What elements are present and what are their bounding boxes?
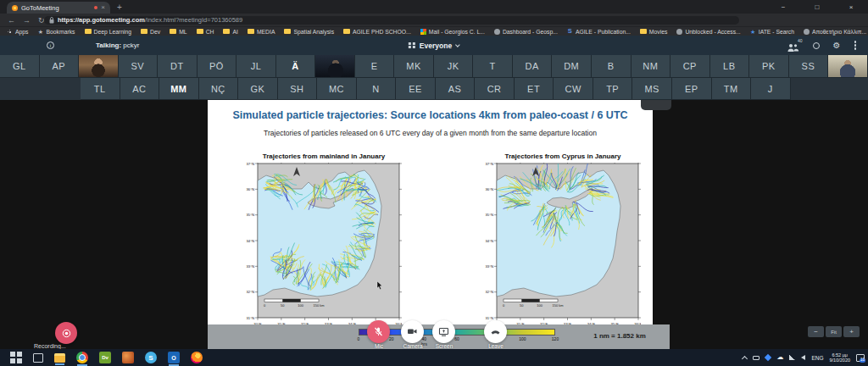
participant-tile[interactable]: T	[473, 55, 513, 78]
clock[interactable]: 6:52 μμ 9/10/2020	[830, 352, 850, 363]
new-tab-button[interactable]: +	[117, 3, 122, 12]
bookmark-item[interactable]: Movies	[640, 29, 668, 35]
bookmark-item[interactable]: Apps	[7, 29, 29, 35]
attendees-icon[interactable]: 40	[787, 41, 799, 50]
participant-tile[interactable]: DT	[158, 55, 198, 78]
dropbox-icon[interactable]	[765, 354, 771, 361]
tray-expand-icon[interactable]	[742, 355, 748, 361]
bookmark-item[interactable]: AI	[223, 29, 237, 35]
bookmark-item[interactable]: AGILE PHD SCHOO...	[343, 29, 411, 35]
chrome-icon[interactable]	[76, 352, 88, 363]
participant-tile[interactable]: TM	[712, 78, 752, 100]
onedrive-icon[interactable]: ☁	[776, 354, 783, 361]
participant-tile[interactable]: LB	[710, 55, 750, 78]
bookmark-item[interactable]: Spatial Analysis	[284, 29, 334, 35]
task-view-icon[interactable]	[33, 353, 43, 363]
window-minimize-button[interactable]: −	[766, 0, 800, 14]
tab-close-icon[interactable]: ×	[101, 4, 105, 11]
meeting-menu-icon[interactable]	[854, 44, 857, 47]
participant-tile[interactable]: N	[357, 78, 397, 100]
url-text: https://app.gotomeeting.com/index.html?m…	[58, 16, 242, 24]
bookmark-item[interactable]: ★Bookmarks	[38, 29, 75, 35]
language-indicator[interactable]: ENG	[811, 355, 823, 361]
camera-button[interactable]	[401, 320, 424, 343]
participant-tile[interactable]: CR	[475, 78, 515, 100]
matlab-icon[interactable]	[122, 352, 134, 363]
participant-tile[interactable]: PK	[749, 55, 789, 78]
participant-tile[interactable]: MC	[317, 78, 357, 100]
participant-tile[interactable]: EE	[396, 78, 436, 100]
participant-tile[interactable]: MK	[394, 55, 434, 78]
screen-share-button[interactable]	[432, 320, 455, 343]
participant-tile[interactable]: SS	[789, 55, 829, 78]
participant-tile[interactable]: TP	[593, 78, 633, 100]
participant-tile[interactable]: TL	[81, 78, 120, 100]
participant-tile[interactable]: JK	[434, 55, 474, 78]
zoom-fit-button[interactable]: Fit	[826, 326, 842, 337]
participant-tile[interactable]: E	[355, 55, 395, 78]
participant-tile[interactable]: AP	[40, 55, 80, 78]
bookmark-item[interactable]: Dev	[141, 29, 160, 35]
bookmark-item[interactable]: MEDIA	[248, 29, 275, 35]
back-icon[interactable]: ←	[8, 16, 15, 25]
start-icon[interactable]	[10, 352, 22, 363]
participant-tile[interactable]: B	[592, 55, 632, 78]
bookmark-item[interactable]: Deep Learning	[85, 29, 132, 35]
participant-tile[interactable]: Ä	[276, 55, 316, 78]
participant-tile[interactable]: ET	[515, 78, 554, 100]
participant-video[interactable]	[79, 55, 119, 78]
bookmark-item[interactable]: Dashboard - Geosp...	[494, 29, 558, 35]
participant-video[interactable]	[828, 55, 868, 78]
bookmark-item[interactable]: Αποθετήριο Κάλλιπ...	[804, 29, 866, 35]
participant-tile[interactable]: SV	[119, 55, 159, 78]
viewer-handle-tab[interactable]	[641, 100, 671, 110]
network-icon[interactable]	[789, 355, 795, 360]
participant-tile[interactable]: GL	[0, 55, 40, 78]
view-selector[interactable]: Everyone	[409, 36, 459, 55]
participant-tile[interactable]: PÖ	[198, 55, 237, 78]
participant-tile[interactable]: JL	[236, 55, 276, 78]
zoom-out-button[interactable]: −	[808, 326, 824, 337]
participant-tile[interactable]: NÇ	[199, 78, 239, 100]
participant-tile[interactable]: NM	[632, 55, 671, 78]
gear-icon[interactable]: ⚙	[833, 42, 841, 50]
zoom-in-button[interactable]: +	[843, 326, 860, 337]
participant-tile[interactable]: J	[751, 78, 791, 100]
bookmark-item[interactable]: SAGILE - Publication...	[567, 29, 631, 35]
forward-icon[interactable]: →	[23, 16, 31, 25]
file-explorer-icon[interactable]	[54, 353, 65, 363]
participant-tile[interactable]: AS	[436, 78, 476, 100]
address-bar[interactable]: https://app.gotomeeting.com/index.html?m…	[44, 16, 739, 25]
participant-tile[interactable]: CP	[670, 55, 710, 78]
bookmark-item[interactable]: ★IATE - Search	[750, 29, 794, 35]
participant-tile[interactable]: DA	[513, 55, 553, 78]
participant-tile[interactable]: MS	[632, 78, 672, 100]
info-icon[interactable]: i	[47, 42, 54, 49]
participant-tile[interactable]: DM	[552, 55, 592, 78]
mic-button[interactable]	[367, 320, 390, 343]
participant-tile[interactable]: AC	[120, 78, 160, 100]
participant-tile[interactable]: GK	[238, 78, 278, 100]
bookmark-item[interactable]: Unblocked - Access...	[676, 29, 740, 35]
battery-icon[interactable]	[753, 356, 760, 360]
browser-tab[interactable]: GoToMeeting ×	[7, 2, 110, 14]
skype-icon[interactable]: S	[145, 352, 157, 363]
participant-tile[interactable]: SH	[278, 78, 318, 100]
chat-icon[interactable]	[813, 42, 820, 49]
bookmark-item[interactable]: Mail - Georgios C. L...	[420, 29, 485, 35]
window-maximize-button[interactable]: □	[800, 0, 834, 14]
bookmark-item[interactable]: ML	[170, 29, 186, 35]
recording-button[interactable]	[55, 322, 77, 344]
volume-icon[interactable]	[801, 355, 805, 360]
firefox-icon[interactable]	[191, 352, 203, 363]
window-close-button[interactable]: ×	[834, 0, 868, 14]
participant-tile[interactable]: CW	[554, 78, 593, 100]
bookmark-item[interactable]: CH	[197, 29, 214, 35]
leave-button[interactable]	[484, 320, 507, 343]
action-center-icon[interactable]: 10	[856, 354, 865, 362]
outlook-icon[interactable]: O	[168, 352, 180, 363]
participant-video[interactable]	[315, 55, 355, 78]
participant-tile[interactable]: EP	[672, 78, 712, 100]
devexpress-icon[interactable]: Dv	[99, 352, 111, 363]
participant-tile[interactable]: MM	[159, 78, 199, 100]
